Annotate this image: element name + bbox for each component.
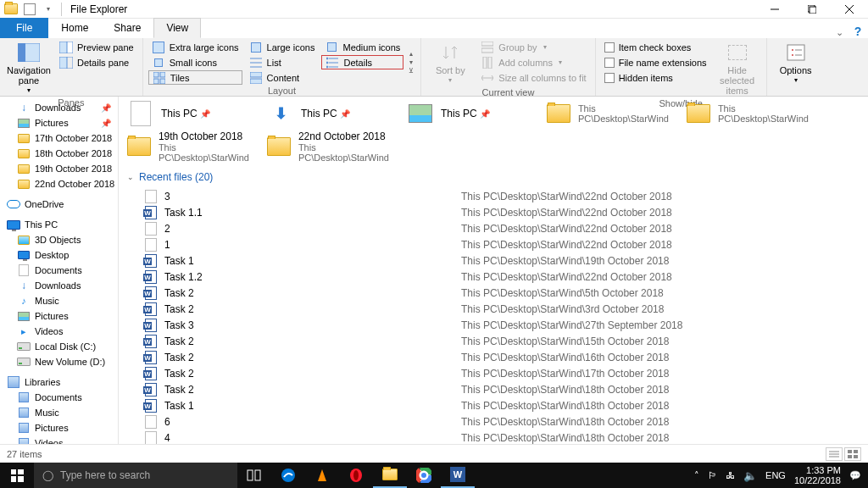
sort-by-button[interactable]: Sort by▾ <box>426 40 474 86</box>
task-view-button[interactable] <box>237 463 271 488</box>
frequent-item[interactable]: This PC\Desktop\StarWind <box>547 100 678 127</box>
recent-file-row[interactable]: 4This PC\Desktop\StarWind\18th October 2… <box>119 430 868 444</box>
tray-volume-icon[interactable]: 🔈 <box>743 469 757 482</box>
taskbar-app-word[interactable]: W <box>441 463 475 488</box>
recent-file-row[interactable]: Task 2This PC\Desktop\StarWind\3rd Octob… <box>119 301 868 317</box>
taskbar-app-vlc[interactable] <box>305 463 339 488</box>
recent-files-list: 3This PC\Desktop\StarWind\22nd October 2… <box>119 188 868 444</box>
tray-notifications-icon[interactable]: 💬 <box>849 470 861 481</box>
qat-item[interactable] <box>20 0 39 19</box>
sidebar-libraries[interactable]: Libraries <box>0 374 118 390</box>
sidebar-item[interactable]: 18th October 2018 <box>0 146 118 161</box>
sidebar-item[interactable]: ▸Videos <box>0 324 118 339</box>
recent-file-row[interactable]: Task 2This PC\Desktop\StarWind\18th Octo… <box>119 381 868 397</box>
tray-network-icon[interactable]: 🖧 <box>726 470 735 480</box>
sidebar-this-pc[interactable]: This PC <box>0 217 118 232</box>
taskbar-app-edge[interactable] <box>271 463 305 488</box>
sidebar-item[interactable]: New Volume (D:) <box>0 354 118 369</box>
recent-file-row[interactable]: Task 1This PC\Desktop\StarWind\19th Octo… <box>119 252 868 269</box>
recent-file-row[interactable]: Task 1.1This PC\Desktop\StarWind\22nd Oc… <box>119 204 868 220</box>
recent-file-row[interactable]: Task 1This PC\Desktop\StarWind\18th Octo… <box>119 397 868 413</box>
recent-file-row[interactable]: 1This PC\Desktop\StarWind\22nd October 2… <box>119 236 868 252</box>
sidebar-item[interactable]: Documents <box>0 390 118 405</box>
tray-clock[interactable]: 1:33 PM 10/22/2018 <box>794 465 841 485</box>
sidebar-item[interactable]: Videos <box>0 435 118 444</box>
tab-home[interactable]: Home <box>48 18 101 38</box>
hide-selected-button[interactable]: Hide selected items <box>714 40 761 97</box>
details-pane-button[interactable]: Details pane <box>56 55 137 69</box>
layout-scroll-up[interactable]: ▴ <box>407 50 415 58</box>
tab-share[interactable]: Share <box>101 18 153 38</box>
medium-icons-button[interactable]: Medium icons <box>321 40 403 54</box>
preview-pane-button[interactable]: Preview pane <box>56 40 137 54</box>
small-icons-button[interactable]: Small icons <box>148 55 242 69</box>
large-icons-button[interactable]: Large icons <box>246 40 319 54</box>
recent-file-row[interactable]: 2This PC\Desktop\StarWind\22nd October 2… <box>119 220 868 236</box>
frequent-item[interactable]: This PC 📌 <box>127 100 259 127</box>
extra-large-icons-button[interactable]: Extra large icons <box>148 40 242 54</box>
recent-file-row[interactable]: Task 3This PC\Desktop\StarWind\27th Sept… <box>119 317 868 333</box>
group-by-button[interactable]: Group by▾ <box>477 40 589 54</box>
sidebar-item[interactable]: ↓Downloads <box>0 278 118 293</box>
navigation-pane-button[interactable]: Navigation pane▾ <box>5 40 53 97</box>
taskbar-app-explorer[interactable] <box>373 463 407 488</box>
taskbar-app-opera[interactable] <box>339 463 373 488</box>
recent-file-row[interactable]: Task 2This PC\Desktop\StarWind\15th Octo… <box>119 333 868 349</box>
file-extensions-toggle[interactable]: File name extensions <box>601 55 710 69</box>
close-button[interactable] <box>831 0 868 19</box>
frequent-item[interactable]: 22nd October 2018This PC\Desktop\StarWin… <box>267 130 398 163</box>
start-button[interactable] <box>0 463 34 488</box>
details-view-switch[interactable] <box>826 447 843 461</box>
sidebar-item[interactable]: Documents <box>0 263 118 278</box>
sidebar-item[interactable]: ♪Music <box>0 293 118 308</box>
sidebar-item[interactable]: Pictures <box>0 308 118 324</box>
tab-file[interactable]: File <box>0 18 48 38</box>
help-icon[interactable]: ? <box>848 25 868 38</box>
taskbar-search[interactable]: ◯ Type here to search <box>34 463 237 488</box>
sidebar-item[interactable]: Pictures <box>0 420 118 435</box>
minimize-button[interactable] <box>756 0 793 19</box>
sidebar-item[interactable]: 17th October 2018 <box>0 130 118 146</box>
recent-file-row[interactable]: 3This PC\Desktop\StarWind\22nd October 2… <box>119 188 868 204</box>
tray-language[interactable]: ENG <box>765 470 786 480</box>
layout-more[interactable]: ⊻ <box>407 67 415 75</box>
maximize-button[interactable] <box>793 0 831 19</box>
sidebar-item[interactable]: 3D Objects <box>0 232 118 247</box>
sidebar-item[interactable]: ↓Downloads📌 <box>0 100 118 115</box>
tiles-button[interactable]: Tiles <box>148 70 242 85</box>
sidebar-item[interactable]: 19th October 2018 <box>0 161 118 176</box>
sidebar-onedrive[interactable]: OneDrive <box>0 197 118 212</box>
hidden-items-toggle[interactable]: Hidden items <box>601 70 710 85</box>
recent-file-row[interactable]: 6This PC\Desktop\StarWind\18th October 2… <box>119 413 868 430</box>
options-button[interactable]: Options▾ <box>772 40 820 86</box>
layout-scroll-down[interactable]: ▾ <box>407 58 415 66</box>
recent-file-row[interactable]: Task 2This PC\Desktop\StarWind\17th Octo… <box>119 365 868 381</box>
app-icon[interactable] <box>2 0 20 19</box>
frequent-item[interactable]: This PC 📌 <box>407 100 538 127</box>
recent-files-header[interactable]: ⌄ Recent files (20) <box>119 166 868 188</box>
recent-file-row[interactable]: Task 2This PC\Desktop\StarWind\16th Octo… <box>119 349 868 365</box>
qat-dropdown[interactable]: ▾ <box>39 0 58 19</box>
tray-warning-icon[interactable]: 🏳 <box>708 470 717 480</box>
ribbon-collapse-icon[interactable]: ⌄ <box>831 27 848 38</box>
sidebar-item[interactable]: Desktop <box>0 247 118 263</box>
thumbnails-view-switch[interactable] <box>844 447 861 461</box>
add-columns-button[interactable]: Add columns▾ <box>477 55 589 69</box>
size-columns-button[interactable]: Size all columns to fit <box>477 70 589 85</box>
item-checkboxes-toggle[interactable]: Item check boxes <box>601 40 710 54</box>
taskbar-app-chrome[interactable] <box>407 463 441 488</box>
recent-file-row[interactable]: Task 1.2This PC\Desktop\StarWind\22nd Oc… <box>119 269 868 285</box>
tray-chevron-icon[interactable]: ˄ <box>694 470 699 481</box>
tab-view[interactable]: View <box>153 18 201 38</box>
list-button[interactable]: List <box>246 55 319 69</box>
sidebar-item[interactable]: Pictures📌 <box>0 115 118 130</box>
frequent-item[interactable]: 19th October 2018This PC\Desktop\StarWin… <box>127 130 259 163</box>
sidebar-item[interactable]: 22nd October 2018 <box>0 176 118 191</box>
sidebar-item[interactable]: Local Disk (C:) <box>0 339 118 354</box>
frequent-item[interactable]: This PC\Desktop\StarWind <box>687 100 818 127</box>
sidebar-item[interactable]: Music <box>0 405 118 420</box>
details-button[interactable]: Details <box>321 55 403 69</box>
recent-file-row[interactable]: Task 2This PC\Desktop\StarWind\5th Octob… <box>119 285 868 301</box>
frequent-item[interactable]: ⬇This PC 📌 <box>267 100 398 127</box>
content-button[interactable]: Content <box>246 70 319 85</box>
